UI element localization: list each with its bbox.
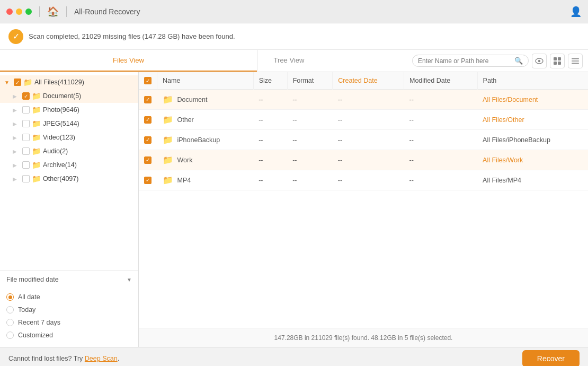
traffic-lights	[6, 8, 32, 15]
recover-button[interactable]: Recover	[522, 350, 580, 367]
td-modified-document: --	[404, 90, 478, 110]
td-path-mp4: All Files/MP4	[477, 170, 588, 190]
tree-label-archive: Archive(14)	[43, 161, 77, 169]
filter-option-recent7[interactable]: Recent 7 days	[6, 316, 132, 329]
tab-files-view[interactable]: Files View	[0, 50, 257, 72]
header-checkbox[interactable]: ✓	[144, 77, 152, 84]
row-checkbox-other[interactable]: ✓	[144, 116, 152, 124]
radio-recent7[interactable]	[6, 319, 14, 326]
table-row[interactable]: ✓ 📁 MP4 -- -- -- -- All Files/MP4	[139, 170, 588, 190]
th-modified-date: Modified Date	[404, 72, 478, 90]
td-path-iphonebackup: All Files/iPhoneBackup	[477, 130, 588, 150]
td-created-document: --	[333, 90, 404, 110]
tree-label-other: Other(4097)	[43, 175, 78, 182]
table-row[interactable]: ✓ 📁 Work -- -- -- -- All Files/Work	[139, 150, 588, 170]
tree-item-other[interactable]: ▶ 📁 Other(4097)	[0, 172, 138, 186]
titlebar: 🏠 All-Round Recovery 👤	[0, 0, 588, 23]
radio-today[interactable]	[6, 306, 14, 313]
td-checkbox-mp4[interactable]: ✓	[139, 170, 157, 190]
td-checkbox-iphonebackup[interactable]: ✓	[139, 130, 157, 150]
filter-option-customized[interactable]: Customized	[6, 329, 132, 342]
checkbox-archive[interactable]	[22, 161, 30, 169]
checkbox-other[interactable]	[22, 175, 30, 182]
tree-item-video[interactable]: ▶ 📁 Video(123)	[0, 130, 138, 144]
checkbox-photo[interactable]	[22, 106, 30, 114]
row-checkbox-work[interactable]: ✓	[144, 156, 152, 164]
td-checkbox-document[interactable]: ✓	[139, 90, 157, 110]
filter-header[interactable]: File modified date ▼	[0, 271, 138, 289]
chevron-right-icon-jpeg: ▶	[13, 121, 20, 127]
td-name-work: 📁 Work	[157, 150, 254, 170]
table-body: ✓ 📁 Document -- -- -- -- All Files/Doc	[139, 90, 588, 190]
table-row[interactable]: ✓ 📁 Other -- -- -- -- All Files/Other	[139, 110, 588, 130]
checkbox-video[interactable]	[22, 134, 30, 141]
td-checkbox-work[interactable]: ✓	[139, 150, 157, 170]
tab-tree-view[interactable]: Tree View	[257, 50, 320, 72]
tree-item-archive[interactable]: ▶ 📁 Archive(14)	[0, 158, 138, 172]
scan-bar: ✓ Scan completed, 21029 missing files (1…	[0, 23, 588, 50]
home-icon[interactable]: 🏠	[47, 6, 59, 18]
td-size-iphonebackup: --	[253, 130, 287, 150]
svg-rect-2	[554, 57, 557, 60]
tree-item-audio[interactable]: ▶ 📁 Audio(2)	[0, 144, 138, 158]
chevron-down-icon: ▼	[4, 80, 12, 85]
filter-title: File modified date	[6, 276, 59, 283]
td-format-document: --	[287, 90, 333, 110]
grid-icon	[553, 57, 562, 65]
filter-option-today[interactable]: Today	[6, 303, 132, 316]
radio-all-date[interactable]	[6, 293, 14, 301]
user-icon[interactable]: 👤	[570, 6, 582, 18]
close-button[interactable]	[6, 8, 13, 15]
menu-button[interactable]	[568, 54, 583, 68]
th-created-date[interactable]: Created Date	[333, 72, 404, 90]
td-name-iphonebackup: 📁 iPhoneBackup	[157, 130, 254, 150]
folder-icon-photo: 📁	[32, 106, 41, 114]
checkbox-document[interactable]: ✓	[22, 92, 30, 100]
tree-label-jpeg: JPEG(5144)	[43, 120, 79, 127]
folder-icon-iphonebackup-row: 📁	[163, 135, 173, 145]
grid-view-button[interactable]	[550, 54, 565, 68]
search-box[interactable]: 🔍	[412, 55, 529, 67]
chevron-right-icon-archive: ▶	[13, 162, 20, 168]
folder-icon-document: 📁	[32, 92, 41, 100]
th-format: Format	[287, 72, 333, 90]
tree-item-root[interactable]: ▼ ✓ 📁 All Files(411029)	[0, 75, 138, 89]
td-modified-iphonebackup: --	[404, 130, 478, 150]
tree-item-document[interactable]: ▶ ✓ 📁 Document(5)	[0, 89, 138, 103]
td-format-mp4: --	[287, 170, 333, 190]
tree-item-jpeg[interactable]: ▶ 📁 JPEG(5144)	[0, 117, 138, 130]
filter-option-all-date[interactable]: All date	[6, 291, 132, 303]
eye-icon	[535, 57, 544, 65]
filter-options: All date Today Recent 7 days Customized	[0, 289, 138, 347]
right-toolbar: 🔍	[320, 50, 588, 72]
maximize-button[interactable]	[25, 8, 32, 15]
td-name-mp4: 📁 MP4	[157, 170, 254, 190]
minimize-button[interactable]	[16, 8, 22, 15]
checkbox-audio[interactable]	[22, 147, 30, 155]
folder-icon-other: 📁	[32, 175, 41, 183]
folder-icon-video: 📁	[32, 133, 41, 142]
chevron-right-icon-video: ▶	[13, 135, 20, 141]
table-row[interactable]: ✓ 📁 iPhoneBackup -- -- -- -- All Files	[139, 130, 588, 150]
checkbox-root[interactable]: ✓	[14, 79, 21, 86]
td-checkbox-other[interactable]: ✓	[139, 110, 157, 130]
search-input[interactable]	[418, 57, 512, 65]
table-row[interactable]: ✓ 📁 Document -- -- -- -- All Files/Doc	[139, 90, 588, 110]
tree-label-photo: Photo(9646)	[43, 106, 79, 114]
preview-icon-button[interactable]	[532, 54, 547, 68]
td-modified-other: --	[404, 110, 478, 130]
row-checkbox-iphonebackup[interactable]: ✓	[144, 136, 152, 144]
th-checkbox: ✓	[139, 72, 157, 90]
th-size: Size	[253, 72, 287, 90]
deep-scan-link[interactable]: Deep Scan	[85, 355, 118, 362]
left-panel: ▼ ✓ 📁 All Files(411029) ▶ ✓ 📁 Document(5…	[0, 72, 139, 347]
tree-item-photo[interactable]: ▶ 📁 Photo(9646)	[0, 103, 138, 117]
radio-customized[interactable]	[6, 332, 14, 339]
td-modified-mp4: --	[404, 170, 478, 190]
checkbox-jpeg[interactable]	[22, 120, 30, 127]
files-table: ✓ Name Size Format Created Date Modified…	[139, 72, 588, 190]
row-checkbox-document[interactable]: ✓	[144, 96, 152, 103]
td-size-document: --	[253, 90, 287, 110]
row-checkbox-mp4[interactable]: ✓	[144, 177, 152, 184]
tree-label-video: Video(123)	[43, 134, 75, 141]
